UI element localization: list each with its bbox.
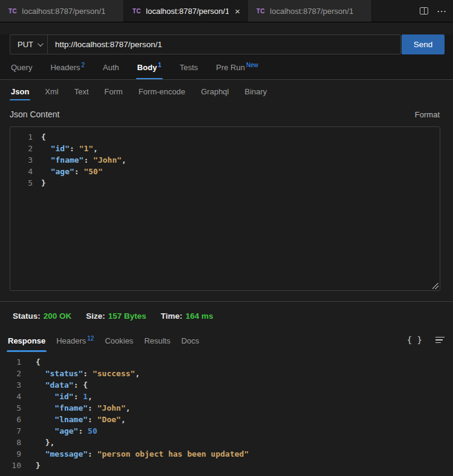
body-section: Json Xml Text Form Form-encode Graphql B… [0,80,453,301]
json-body-editor[interactable]: 1{2 "id": "1",3 "fname": "John",4 "age":… [10,126,440,291]
response-status-section: Status:200 OK Size:157 Bytes Time:164 ms… [0,301,453,471]
size-value: 157 Bytes [108,311,146,321]
new-badge: New [246,62,258,68]
code-line: 5} [16,177,440,189]
response-actions: { } [407,335,445,352]
code-line: 4 "id": 1, [1,391,453,402]
line-number: 1 [16,131,33,143]
tab-body-active[interactable]: Body1 [137,62,161,79]
window-tab-1[interactable]: TC localhost:8787/person/1 [0,0,124,22]
code-line: 9 "message": "person object has been upd… [1,448,453,460]
line-number: 2 [1,368,21,379]
line-number: 10 [1,460,21,471]
format-link[interactable]: Format [415,110,440,119]
body-count-badge: 1 [158,62,161,68]
body-type-tabs: Json Xml Text Form Form-encode Graphql B… [0,80,453,100]
status-value: 200 OK [44,311,72,321]
tab-json-active[interactable]: Json [11,87,29,100]
url-row: PUT Send [10,34,445,54]
request-url-input[interactable] [48,35,400,54]
resize-handle[interactable] [432,283,438,289]
format-json-icon[interactable]: { } [407,335,422,345]
url-box: PUT [10,34,401,54]
line-number: 3 [16,154,33,166]
line-number: 4 [16,166,33,177]
tab-bar-actions: ⋯ [420,0,453,22]
line-number: 8 [1,437,21,448]
tab-graphql[interactable]: Graphql [201,87,229,100]
tab-response-active[interactable]: Response [8,336,45,352]
http-method-select[interactable]: PUT [10,35,48,54]
size-group: Size:157 Bytes [86,311,146,321]
thunder-client-icon: TC [132,8,141,15]
code-line: 10} [1,460,453,471]
line-number: 4 [1,391,21,402]
code-line: 6 "lname": "Doe", [1,414,453,425]
tab-pre-run[interactable]: Pre RunNew [216,62,258,79]
tab-text[interactable]: Text [74,87,89,100]
tab-form[interactable]: Form [105,87,123,100]
window-tab-2-active[interactable]: TC localhost:8787/person/1 × [124,0,248,22]
line-number: 3 [1,379,21,391]
response-tabs: Response Headers12 Cookies Results Docs … [0,328,453,352]
window-tab-label: localhost:8787/person/1 [270,7,353,16]
editor-bottom-gap [0,291,453,301]
tab-results[interactable]: Results [144,336,170,352]
close-tab-icon[interactable]: × [233,7,241,16]
code-line: 7 "age": 50 [1,425,453,437]
chevron-down-icon [37,41,44,47]
line-number: 1 [1,356,21,368]
code-line: 5 "fname": "John", [1,402,453,414]
tab-binary[interactable]: Binary [244,87,267,100]
line-number: 2 [16,143,33,154]
editor-tab-bar: TC localhost:8787/person/1 TC localhost:… [0,0,453,22]
request-tabs: Query Headers2 Auth Body1 Tests Pre RunN… [0,54,453,79]
tab-xml[interactable]: Xml [45,87,58,100]
line-number: 7 [1,425,21,437]
json-content-title: Json Content [10,109,60,119]
json-content-header: Json Content Format [10,108,440,121]
line-number: 5 [1,402,21,414]
code-line: 3 "fname": "John", [16,154,440,166]
tab-auth[interactable]: Auth [103,63,119,79]
line-number: 5 [16,177,33,189]
more-actions-icon[interactable]: ⋯ [437,5,447,17]
window-tab-label: localhost:8787/person/1 [22,7,105,16]
thunder-client-icon: TC [256,8,265,15]
code-line: 8 }, [1,437,453,448]
split-editor-icon[interactable] [420,7,428,15]
window-tab-3[interactable]: TC localhost:8787/person/1 [248,0,372,22]
thunder-client-icon: TC [8,8,17,15]
tab-headers[interactable]: Headers2 [50,62,85,79]
tab-cookies[interactable]: Cookies [105,336,133,352]
http-method-value: PUT [18,40,33,49]
tab-docs[interactable]: Docs [181,336,200,352]
code-line: 1{ [16,131,440,143]
code-line: 1{ [1,356,453,368]
tab-tests[interactable]: Tests [180,63,198,79]
line-number: 6 [1,414,21,425]
code-line: 2 "status": "success", [1,368,453,379]
request-section: PUT Send Query Headers2 Auth Body1 Tests… [0,34,453,80]
tab-form-encode[interactable]: Form-encode [139,87,185,100]
headers-count-badge: 2 [82,62,85,68]
code-line: 3 "data": { [1,379,453,391]
code-line: 4 "age": "50" [16,166,440,177]
tab-query[interactable]: Query [11,63,32,79]
send-button[interactable]: Send [402,34,445,54]
tab-response-headers[interactable]: Headers12 [56,335,94,352]
code-line: 2 "id": "1", [16,143,440,154]
response-headers-count-badge: 12 [87,335,94,342]
window-tab-label: localhost:8787/person/1 [146,7,229,16]
time-value: 164 ms [186,311,213,321]
response-body-viewer: 1{2 "status": "success",3 "data": {4 "id… [0,352,453,471]
response-menu-icon[interactable] [435,337,445,344]
time-group: Time:164 ms [161,311,213,321]
response-meta-row: Status:200 OK Size:157 Bytes Time:164 ms [0,302,453,328]
status-group: Status:200 OK [13,311,71,321]
line-number: 9 [1,448,21,460]
